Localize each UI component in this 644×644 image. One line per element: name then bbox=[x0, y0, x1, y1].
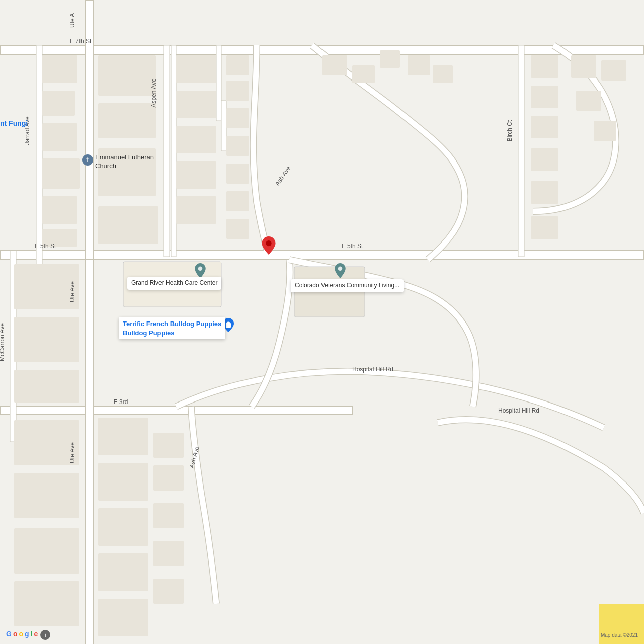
google-g: G bbox=[6, 630, 12, 638]
map-background bbox=[0, 0, 644, 644]
church-marker[interactable]: Emmanuel Lutheran Church bbox=[82, 153, 160, 171]
google-l: l bbox=[31, 630, 33, 638]
svg-rect-88 bbox=[226, 323, 231, 328]
svg-point-86 bbox=[198, 266, 203, 271]
svg-point-85 bbox=[266, 240, 271, 246]
info-button[interactable]: i bbox=[40, 630, 50, 640]
map-attribution: Map data ©2021 bbox=[601, 632, 638, 638]
church-label: Emmanuel Lutheran Church bbox=[95, 153, 160, 171]
terrific-french-name-line1: Terrific French Bulldog Puppies bbox=[123, 320, 221, 328]
terrific-french-name-line2: Bulldog Puppies bbox=[123, 329, 175, 337]
map-container[interactable]: .rd { fill: #ffffff; stroke: #ccc9bc; st… bbox=[0, 0, 644, 644]
colorado-veterans-pin[interactable] bbox=[335, 263, 346, 278]
colorado-veterans-label[interactable]: Colorado Veterans Community Living... bbox=[291, 279, 404, 292]
google-logo: Google bbox=[6, 630, 38, 638]
grand-river-label[interactable]: Grand River Health Care Center bbox=[127, 277, 221, 290]
church-icon bbox=[82, 154, 93, 166]
google-o2: o bbox=[19, 630, 23, 638]
google-g2: g bbox=[25, 630, 29, 638]
google-o1: o bbox=[13, 630, 18, 638]
svg-point-87 bbox=[338, 266, 343, 271]
terrific-french-label[interactable]: Terrific French Bulldog Puppies Bulldog … bbox=[119, 317, 225, 339]
google-e: e bbox=[34, 630, 38, 638]
grand-river-pin[interactable] bbox=[195, 263, 206, 278]
main-location-pin[interactable] bbox=[262, 236, 276, 255]
